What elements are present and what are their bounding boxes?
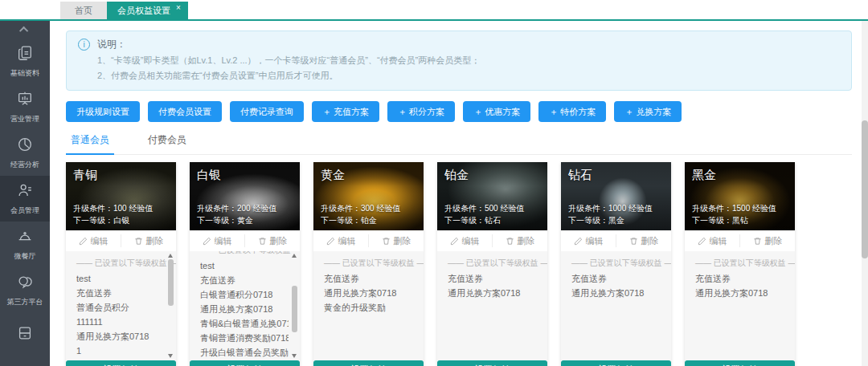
pencil-icon [574,237,583,246]
set-benefits-button[interactable]: 设置权益 [66,360,176,366]
page-scroll-thumb[interactable] [862,120,868,258]
upgrade-rules-button[interactable]: 升级规则设置 [66,101,140,122]
benefits-header: —— 已设置以下等级权益 —— [695,258,784,269]
benefit-item: 充值送券 [448,271,536,286]
info-icon: i [78,39,90,51]
sidebar-item-micro-restaurant[interactable]: 微餐厅 [0,222,50,267]
sidebar-item-operation-analysis[interactable]: 经营分析 [0,130,50,176]
pencil-icon [79,237,88,246]
benefit-item: 青铜&白银普通兑换0718 [200,316,289,331]
card-actions: 编辑 删除 [561,230,671,251]
add-recharge-plan-button[interactable]: ＋ 充值方案 [312,101,379,122]
card-actions: 编辑 删除 [685,230,795,251]
trash-icon [382,237,391,246]
edit-button[interactable]: 编辑 [437,234,492,247]
level-meta: 升级条件：1500 经验值 下一等级：黑钻 [692,202,776,226]
edit-button[interactable]: 编辑 [66,234,121,247]
card-actions: 编辑 删除 [66,230,176,251]
sidebar-item-member-management[interactable]: 会员管理 [0,176,50,222]
level-meta: 升级条件：300 经验值 下一等级：铂金 [321,202,400,226]
level-image-silver: 白银 升级条件：200 经验值 下一等级：黄金 [190,162,300,230]
benefit-item: 1 [76,344,165,358]
level-meta: 升级条件：500 经验值 下一等级：钻石 [444,202,524,226]
benefits-scrollbar[interactable] [167,254,174,358]
add-discount-plan-button[interactable]: ＋ 优惠方案 [463,101,530,122]
benefit-item: 黄金的升级奖励 [324,300,412,315]
delete-button[interactable]: 删除 [244,234,300,247]
benefits-header: —— 已设置以下等级权益 —— [200,251,289,256]
set-benefits-button[interactable]: 设置权益 [561,360,671,366]
edit-button[interactable]: 编辑 [685,234,739,247]
delete-button[interactable]: 删除 [492,234,547,247]
delete-button[interactable]: 删除 [121,234,176,247]
level-image-gold: 黄金 升级条件：300 经验值 下一等级：铂金 [313,162,424,230]
level-title: 黑金 [692,168,788,183]
level-meta: 升级条件：200 经验值 下一等级：黄金 [197,202,276,226]
benefit-item: 通用兑换方案0718 [571,286,660,300]
level-image-black-gold: 黑金 升级条件：1500 经验值 下一等级：黑钻 [685,162,795,230]
trash-icon [629,237,638,246]
paid-member-settings-button[interactable]: 付费会员设置 [148,101,222,122]
level-image-diamond: 钻石 升级条件：1000 经验值 下一等级：黑金 [561,162,671,230]
benefit-item: 充值送券 [571,271,660,286]
scroll-up-icon[interactable] [168,254,173,258]
benefit-item: 普通会员积分 [76,300,165,315]
presentation-icon [16,90,34,111]
sidebar-item-label: 第三方平台 [7,297,43,307]
sidebar-item-third-party-platform[interactable]: 第三方平台 [0,267,50,313]
tab-member-benefits-settings[interactable]: 会员权益设置 × [107,2,188,19]
set-benefits-button[interactable]: 设置权益 [313,360,424,366]
level-title: 白银 [197,168,293,183]
tab-paid-member[interactable]: 付费会员 [143,130,191,154]
benefit-item: 111111 [76,315,165,329]
set-benefits-button[interactable]: 设置权益 [437,360,547,366]
level-title: 铂金 [444,168,540,183]
close-icon[interactable]: × [176,3,181,13]
tab-label: 会员权益设置 [117,2,170,19]
add-points-plan-button[interactable]: ＋ 积分方案 [387,101,455,122]
benefit-item: 升级白银普通会员奖励 [200,345,289,360]
edit-button[interactable]: 编辑 [190,234,244,247]
scroll-thumb[interactable] [168,259,174,306]
add-special-price-plan-button[interactable]: ＋ 特价方案 [538,101,606,122]
sidebar-item-storage[interactable] [0,313,50,359]
card-actions: 编辑 删除 [190,230,300,251]
page-scrollbar[interactable] [862,21,868,366]
edit-button[interactable]: 编辑 [313,234,368,247]
pencil-icon [203,237,211,246]
edit-button[interactable]: 编辑 [561,234,616,247]
sidebar-collapse-button[interactable] [0,21,50,39]
benefit-item: 白银普通积分0718 [200,287,289,302]
set-benefits-button[interactable]: 设置权益 [685,360,795,366]
sidebar-item-business-management[interactable]: 营业管理 [0,84,50,130]
delete-button[interactable]: 删除 [368,234,424,247]
benefit-item: 青铜普通消费奖励0718 [200,331,289,345]
benefit-item: 充值送券 [200,273,289,287]
scroll-thumb[interactable] [292,286,297,332]
benefits-scrollbar[interactable] [291,254,298,358]
tab-normal-member[interactable]: 普通会员 [66,130,114,155]
sidebar-item-basic-data[interactable]: 基础资料 [0,39,50,84]
level-card-diamond: 钻石 升级条件：1000 经验值 下一等级：黑金 编辑 删除 —— 已设置以下等… [561,162,671,366]
delete-button[interactable]: 删除 [739,234,795,247]
benefits-list: —— 已设置以下等级权益 —— 充值送券 通用兑换方案0718 [561,251,671,360]
level-title: 青铜 [73,168,169,183]
trash-icon [134,237,143,246]
benefit-item: 通用兑换方案0718 [324,286,412,300]
scroll-down-icon[interactable] [168,354,173,358]
level-image-bronze: 青铜 升级条件：100 经验值 下一等级：白银 [66,162,176,230]
benefit-item: test [200,258,289,273]
main-content: i 说明： 1、“卡等级”即卡类型（如Lv.1、Lv.2 ...），一个卡等级对… [50,21,868,366]
level-meta: 升级条件：1000 经验值 下一等级：黑金 [568,202,653,226]
benefits-header: —— 已设置以下等级权益 —— [571,258,660,269]
benefits-list: —— 已设置以下等级权益 —— 充值送券 通用兑换方案0718 [437,251,547,360]
member-level-cards: 青铜 升级条件：100 经验值 下一等级：白银 编辑 删除 —— 已设置以下等级… [66,162,852,366]
tab-home[interactable]: 首页 [60,2,107,19]
delete-button[interactable]: 删除 [616,234,671,247]
level-title: 黄金 [321,168,416,183]
scroll-down-icon[interactable] [292,354,297,358]
set-benefits-button[interactable]: 设置权益 [190,360,300,366]
payment-records-button[interactable]: 付费记录查询 [230,101,304,122]
add-exchange-plan-button[interactable]: ＋ 兑换方案 [614,101,682,122]
scroll-up-icon[interactable] [292,254,297,258]
